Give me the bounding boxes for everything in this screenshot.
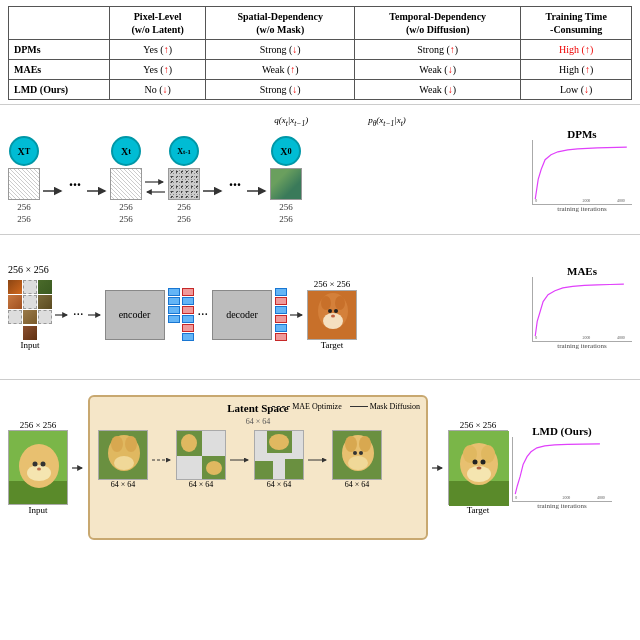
lmd-input-col: 256 × 256 Input	[8, 420, 68, 515]
svg-point-20	[331, 315, 335, 318]
grid-c5	[23, 295, 37, 309]
svg-point-57	[353, 451, 357, 455]
mae-left: 256 × 256 Input	[8, 264, 526, 350]
grid-c2	[23, 280, 37, 294]
latent-box: Latent Space MAE Optimize Mask Diffusion…	[88, 395, 428, 540]
node-xt2: Xt 256 256	[110, 136, 142, 224]
svg-point-31	[41, 462, 46, 467]
mae-chart-xlabel: training iterations	[557, 342, 607, 350]
dpm-formula-row: q(xt|xt−1) pθ(xt−1|xt)	[234, 115, 406, 128]
svg-point-66	[473, 460, 478, 465]
legend-row: MAE Optimize Mask Diffusion	[272, 402, 420, 411]
mae-flow: Input ··· encoder	[8, 279, 357, 350]
comparison-table-section: Pixel-Level(w/o Latent) Spatial-Dependen…	[0, 0, 640, 105]
grid-c1	[8, 280, 22, 294]
svg-text:4000: 4000	[617, 198, 625, 203]
svg-rect-48	[255, 461, 273, 480]
svg-point-18	[328, 309, 332, 313]
lmd-target-size: 256 × 256	[460, 420, 497, 430]
latent-size-label: 64 × 64	[98, 417, 418, 426]
svg-point-38	[114, 456, 134, 470]
table-row-dpm: DPMs Yes (↑) Strong (↓) Strong (↑) High …	[9, 40, 632, 60]
grid-extra	[23, 326, 37, 340]
svg-point-16	[335, 296, 345, 310]
token-b1	[168, 288, 180, 296]
mae-dots1: ···	[73, 307, 84, 323]
node-xt-1: Xt-1 256 256	[168, 136, 200, 224]
lmd-target-label: Target	[467, 505, 490, 515]
dpm-chart-area: DPMs 0 2000 4000 training loss training …	[532, 128, 632, 213]
token-b2	[168, 297, 180, 305]
lmd-input-size: 256 × 256	[20, 420, 57, 430]
node-x0-circle: X0	[271, 136, 301, 166]
latent-size3: 64 × 64	[267, 480, 292, 489]
x0-size: 256	[279, 202, 293, 212]
dpm-formula-bottom: pθ(xt−1|xt)	[368, 115, 406, 128]
lmd-section: 256 × 256 Input Latent Space	[0, 380, 640, 555]
latent-size2: 64 × 64	[189, 480, 214, 489]
dots1: ···	[69, 176, 81, 194]
svg-point-43	[181, 434, 197, 452]
token-r2	[182, 306, 194, 314]
lmd-chart-area: LMD (Ours) 0 2000 4000 training iteratio…	[512, 425, 612, 510]
xt2-size2: 256	[119, 214, 133, 224]
col-header-pixel: Pixel-Level(w/o Latent)	[109, 7, 206, 40]
token-r5	[275, 315, 287, 323]
mae-arrow1	[55, 310, 69, 320]
table-row-lmd: LMD (Ours) No (↓) Strong (↓) Weak (↓) Lo…	[9, 80, 632, 100]
legend-mae-label: MAE Optimize	[292, 402, 342, 411]
svg-point-54	[345, 436, 357, 452]
token-r6	[275, 333, 287, 341]
method-mae: MAEs	[9, 60, 110, 80]
token-r3	[182, 324, 194, 332]
node-xt: XT 256 256	[8, 136, 40, 224]
col-header-training: Training Time-Consuming	[521, 7, 632, 40]
grid-c8	[23, 310, 37, 324]
dpm-chart: 0 2000 4000 training loss	[532, 140, 632, 205]
token-b8	[275, 288, 287, 296]
mae-tokens1	[168, 288, 194, 341]
svg-point-50	[269, 434, 289, 450]
node-xt-circle: XT	[9, 136, 39, 166]
lmd-arrow-out	[432, 463, 444, 473]
legend-mask-label: Mask Diffusion	[370, 402, 420, 411]
token-r4	[275, 297, 287, 305]
legend-mae: MAE Optimize	[272, 402, 342, 411]
dpm-formula-top: q(xt|xt−1)	[274, 115, 308, 128]
dpm-flow: XT 256 256 ··· Xt	[8, 128, 532, 224]
latent-size1: 64 × 64	[111, 480, 136, 489]
lmd-chart: 0 2000 4000	[512, 437, 612, 502]
grid-c3	[38, 280, 52, 294]
arrow1	[43, 186, 63, 196]
col-header-spatial: Spatial-Dependency(w/o Mask)	[206, 7, 355, 40]
lmd-chart-xlabel: training iterations	[537, 502, 587, 510]
svg-point-67	[481, 460, 486, 465]
dpm-section: q(xt|xt−1) pθ(xt−1|xt) XT 256 256 ···	[0, 105, 640, 235]
mae-input-grid	[8, 280, 52, 324]
legend-dashed-line	[272, 406, 290, 407]
arrow4	[203, 186, 223, 196]
x0-size2: 256	[279, 214, 293, 224]
mae-input-label: Input	[21, 340, 40, 350]
token-b5	[182, 297, 194, 305]
svg-point-29	[27, 465, 51, 481]
node-xt-1-circle: Xt-1	[169, 136, 199, 166]
col-header-temporal: Temporal-Dependency(w/o Diffusion)	[355, 7, 521, 40]
table-row-mae: MAEs Yes (↑) Weak (↑) Weak (↓) High (↑)	[9, 60, 632, 80]
mae-chart-area: MAEs 0 2000 4000 training iterations	[532, 265, 632, 350]
svg-point-19	[334, 309, 338, 313]
mae-target-size: 256 × 256	[314, 279, 351, 289]
node-x0: X0 256 256	[270, 136, 302, 224]
token-b6	[182, 315, 194, 323]
svg-text:2000: 2000	[563, 495, 571, 500]
mae-target-label: Target	[321, 340, 344, 350]
latent-flow: 64 × 64 64 × 64	[98, 430, 418, 489]
latent-size4: 64 × 64	[345, 480, 370, 489]
latent-img2: 64 × 64	[176, 430, 226, 489]
lmd-target-col: 256 × 256 Target	[448, 420, 508, 515]
svg-text:2000: 2000	[583, 198, 591, 203]
latent-img4: 64 × 64	[332, 430, 382, 489]
lmd-target-img	[448, 430, 508, 505]
lmd-dashed-arrow1	[152, 455, 172, 465]
token-col3	[275, 288, 287, 341]
